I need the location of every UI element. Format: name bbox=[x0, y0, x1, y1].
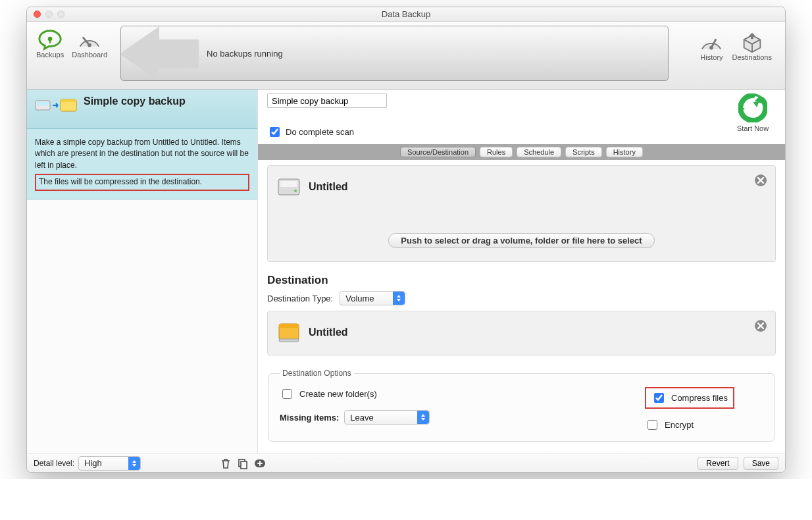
window-title: Data Backup bbox=[27, 9, 785, 19]
svg-rect-11 bbox=[280, 181, 297, 187]
backup-set-item[interactable]: Simple copy backup bbox=[27, 90, 257, 129]
missing-items-label: Missing items: bbox=[280, 413, 339, 423]
external-drive-icon bbox=[276, 319, 302, 346]
duplicate-set-button[interactable] bbox=[237, 457, 249, 469]
compress-files-label: Compress files bbox=[671, 393, 728, 403]
add-set-button[interactable] bbox=[254, 457, 266, 469]
destination-volume-name: Untitled bbox=[309, 326, 348, 338]
backup-set-title: Simple copy backup bbox=[84, 95, 186, 107]
trash-icon bbox=[220, 457, 232, 469]
save-button[interactable]: Save bbox=[744, 457, 778, 470]
tab-schedule[interactable]: Schedule bbox=[517, 147, 561, 157]
app-window: Data Backup Backups Da bbox=[26, 7, 786, 473]
main-panel: Do complete scan bbox=[258, 90, 785, 454]
tab-source-destination[interactable]: Source/Destination bbox=[400, 147, 476, 157]
tab-scripts[interactable]: Scripts bbox=[565, 147, 602, 157]
toolbar-label: Dashboard bbox=[72, 51, 107, 59]
tab-history[interactable]: History bbox=[606, 147, 643, 157]
compress-highlight: Compress files bbox=[645, 387, 734, 409]
status-bar: No backups running bbox=[120, 26, 669, 81]
destination-type-label: Destination Type: bbox=[267, 294, 333, 303]
destination-options-legend: Destination Options bbox=[280, 369, 354, 378]
description-text: Make a simple copy backup from Untitled … bbox=[35, 137, 249, 171]
backups-toolbar-button[interactable]: Backups bbox=[36, 28, 64, 59]
tab-strip: Source/Destination Rules Schedule Script… bbox=[258, 144, 785, 160]
encrypt-checkbox[interactable] bbox=[647, 420, 657, 430]
detail-level-value: High bbox=[84, 458, 102, 468]
delete-set-button[interactable] bbox=[220, 457, 232, 469]
revert-button[interactable]: Revert bbox=[698, 457, 738, 470]
destination-heading: Destination bbox=[267, 274, 776, 287]
box-icon bbox=[740, 31, 765, 53]
svg-rect-9 bbox=[61, 99, 76, 102]
close-icon bbox=[754, 319, 767, 332]
speech-bubble-icon bbox=[38, 28, 63, 51]
svg-rect-15 bbox=[279, 324, 299, 328]
missing-items-select[interactable]: Leave bbox=[344, 410, 430, 425]
svg-rect-1 bbox=[49, 40, 51, 43]
source-drag-hint[interactable]: Push to select or drag a volume, folder … bbox=[388, 233, 654, 248]
gauge-icon bbox=[77, 28, 102, 51]
backup-set-description: Make a simple copy backup from Untitled … bbox=[27, 129, 257, 199]
chevron-updown-icon bbox=[417, 411, 429, 424]
create-folders-checkbox[interactable] bbox=[282, 389, 292, 399]
svg-point-12 bbox=[294, 190, 297, 192]
destination-box[interactable]: Untitled bbox=[267, 311, 776, 355]
internal-drive-icon bbox=[276, 174, 302, 200]
description-highlight: The files will be compressed in the dest… bbox=[35, 174, 249, 190]
tab-rules[interactable]: Rules bbox=[480, 147, 513, 157]
destination-options-group: Destination Options Create new folder(s)… bbox=[268, 369, 774, 442]
complete-scan-label: Do complete scan bbox=[286, 127, 354, 137]
svg-rect-7 bbox=[37, 102, 49, 105]
history-toolbar-button[interactable]: History bbox=[699, 31, 724, 61]
destination-type-select[interactable]: Volume bbox=[340, 291, 405, 305]
clear-source-button[interactable] bbox=[754, 174, 767, 187]
detail-level-select[interactable]: High bbox=[78, 456, 141, 471]
missing-items-value: Leave bbox=[350, 413, 373, 423]
start-now-button[interactable] bbox=[730, 93, 776, 124]
detail-level-label: Detail level: bbox=[34, 459, 74, 468]
clock-icon bbox=[699, 31, 724, 53]
clear-destination-button[interactable] bbox=[754, 319, 767, 332]
plus-icon bbox=[254, 457, 266, 469]
svg-rect-16 bbox=[279, 339, 299, 342]
titlebar: Data Backup bbox=[27, 7, 785, 22]
encrypt-label: Encrypt bbox=[665, 420, 694, 430]
destination-type-value: Volume bbox=[345, 294, 374, 303]
toolbar-label: Destinations bbox=[732, 53, 772, 61]
drive-copy-icon bbox=[35, 95, 77, 115]
toolbar: Backups Dashboard No backups running bbox=[27, 22, 785, 90]
backup-name-input[interactable] bbox=[267, 93, 387, 108]
chevron-updown-icon bbox=[393, 292, 405, 305]
toolbar-label: Backups bbox=[36, 51, 64, 59]
source-box[interactable]: Untitled Push to select or drag a volume… bbox=[267, 165, 776, 262]
svg-rect-19 bbox=[241, 461, 247, 469]
start-now-label: Start Now bbox=[730, 124, 776, 132]
svg-point-5 bbox=[710, 46, 714, 50]
destinations-toolbar-button[interactable]: Destinations bbox=[732, 31, 772, 61]
status-text: No backups running bbox=[207, 49, 283, 59]
compress-files-checkbox[interactable] bbox=[654, 393, 664, 403]
source-volume-name: Untitled bbox=[309, 181, 348, 193]
start-arrow-icon bbox=[738, 93, 767, 122]
complete-scan-checkbox[interactable] bbox=[270, 127, 280, 137]
sidebar-empty-area bbox=[27, 199, 257, 454]
copy-icon bbox=[237, 457, 249, 469]
dashboard-toolbar-button[interactable]: Dashboard bbox=[72, 28, 107, 59]
create-folders-label: Create new folder(s) bbox=[299, 389, 377, 399]
close-icon bbox=[754, 174, 767, 187]
footer: Detail level: High bbox=[27, 454, 785, 472]
svg-point-3 bbox=[88, 43, 91, 47]
sidebar: Simple copy backup Make a simple copy ba… bbox=[27, 90, 258, 454]
chevron-updown-icon bbox=[128, 457, 140, 470]
toolbar-label: History bbox=[700, 53, 723, 61]
big-arrow-icon bbox=[120, 26, 199, 81]
